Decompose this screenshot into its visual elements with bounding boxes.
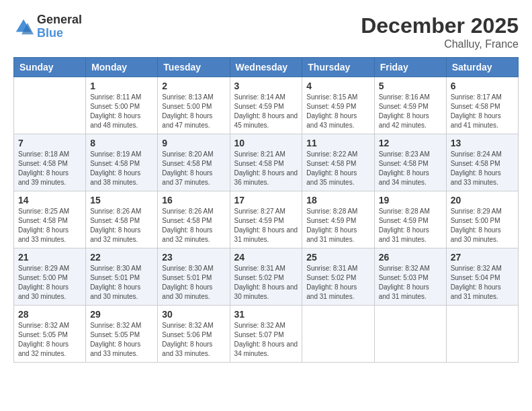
day-number: 24 — [234, 252, 298, 263]
logo: General Blue — [13, 13, 82, 40]
calendar-cell: 22Sunrise: 8:30 AM Sunset: 5:01 PM Dayli… — [86, 248, 158, 306]
day-info: Sunrise: 8:24 AM Sunset: 4:58 PM Dayligh… — [451, 150, 514, 187]
day-number: 18 — [306, 195, 369, 205]
day-info: Sunrise: 8:20 AM Sunset: 4:58 PM Dayligh… — [162, 150, 225, 187]
calendar-week-row: 28Sunrise: 8:32 AM Sunset: 5:05 PM Dayli… — [14, 306, 519, 363]
page-header: General Blue December 2025 Challuy, Fran… — [13, 13, 519, 50]
day-number: 10 — [234, 138, 298, 148]
calendar: SundayMondayTuesdayWednesdayThursdayFrid… — [13, 57, 519, 363]
day-info: Sunrise: 8:31 AM Sunset: 5:02 PM Dayligh… — [306, 264, 369, 302]
day-number: 8 — [90, 138, 153, 148]
calendar-cell — [302, 306, 374, 363]
day-number: 12 — [379, 138, 442, 148]
day-info: Sunrise: 8:30 AM Sunset: 5:01 PM Dayligh… — [162, 264, 225, 302]
calendar-cell: 24Sunrise: 8:31 AM Sunset: 5:02 PM Dayli… — [230, 248, 302, 306]
calendar-cell: 15Sunrise: 8:26 AM Sunset: 4:58 PM Dayli… — [86, 191, 158, 248]
calendar-week-row: 1Sunrise: 8:11 AM Sunset: 5:00 PM Daylig… — [14, 77, 519, 134]
day-number: 20 — [451, 195, 514, 205]
month-title: December 2025 — [361, 13, 519, 38]
day-number: 27 — [451, 252, 514, 263]
day-number: 2 — [162, 81, 225, 91]
calendar-cell: 29Sunrise: 8:32 AM Sunset: 5:05 PM Dayli… — [86, 306, 158, 363]
calendar-cell: 8Sunrise: 8:19 AM Sunset: 4:58 PM Daylig… — [86, 134, 158, 191]
day-of-week-header: Tuesday — [158, 58, 230, 77]
day-number: 23 — [162, 252, 225, 263]
day-info: Sunrise: 8:27 AM Sunset: 4:59 PM Dayligh… — [234, 207, 298, 244]
calendar-cell: 31Sunrise: 8:32 AM Sunset: 5:07 PM Dayli… — [230, 306, 302, 363]
day-number: 28 — [18, 309, 81, 320]
calendar-cell: 27Sunrise: 8:32 AM Sunset: 5:04 PM Dayli… — [446, 248, 518, 306]
calendar-week-row: 21Sunrise: 8:29 AM Sunset: 5:00 PM Dayli… — [14, 248, 519, 306]
day-number: 29 — [90, 309, 153, 320]
day-number: 17 — [234, 195, 298, 205]
day-info: Sunrise: 8:14 AM Sunset: 4:59 PM Dayligh… — [234, 93, 298, 130]
day-of-week-header: Monday — [86, 58, 158, 77]
calendar-cell: 21Sunrise: 8:29 AM Sunset: 5:00 PM Dayli… — [14, 248, 86, 306]
calendar-cell: 17Sunrise: 8:27 AM Sunset: 4:59 PM Dayli… — [230, 191, 302, 248]
day-info: Sunrise: 8:13 AM Sunset: 5:00 PM Dayligh… — [162, 93, 225, 130]
day-info: Sunrise: 8:21 AM Sunset: 4:58 PM Dayligh… — [234, 150, 298, 187]
calendar-cell: 7Sunrise: 8:18 AM Sunset: 4:58 PM Daylig… — [14, 134, 86, 191]
day-info: Sunrise: 8:22 AM Sunset: 4:58 PM Dayligh… — [306, 150, 369, 187]
day-number: 6 — [451, 81, 514, 91]
day-number: 9 — [162, 138, 225, 148]
day-of-week-header: Saturday — [446, 58, 518, 77]
day-info: Sunrise: 8:32 AM Sunset: 5:04 PM Dayligh… — [451, 264, 514, 302]
day-number: 7 — [18, 138, 81, 148]
day-number: 14 — [18, 195, 81, 205]
day-number: 25 — [306, 252, 369, 263]
calendar-cell: 25Sunrise: 8:31 AM Sunset: 5:02 PM Dayli… — [302, 248, 374, 306]
day-info: Sunrise: 8:32 AM Sunset: 5:03 PM Dayligh… — [379, 264, 442, 302]
day-info: Sunrise: 8:29 AM Sunset: 5:00 PM Dayligh… — [18, 264, 81, 302]
calendar-header-row: SundayMondayTuesdayWednesdayThursdayFrid… — [14, 58, 519, 77]
calendar-cell: 30Sunrise: 8:32 AM Sunset: 5:06 PM Dayli… — [158, 306, 230, 363]
logo-icon — [13, 17, 34, 37]
day-info: Sunrise: 8:15 AM Sunset: 4:59 PM Dayligh… — [306, 93, 369, 130]
day-info: Sunrise: 8:32 AM Sunset: 5:05 PM Dayligh… — [90, 321, 153, 359]
calendar-cell: 1Sunrise: 8:11 AM Sunset: 5:00 PM Daylig… — [86, 77, 158, 134]
calendar-week-row: 14Sunrise: 8:25 AM Sunset: 4:58 PM Dayli… — [14, 191, 519, 248]
calendar-cell: 12Sunrise: 8:23 AM Sunset: 4:58 PM Dayli… — [374, 134, 446, 191]
day-number: 22 — [90, 252, 153, 263]
calendar-cell: 13Sunrise: 8:24 AM Sunset: 4:58 PM Dayli… — [446, 134, 518, 191]
day-info: Sunrise: 8:32 AM Sunset: 5:05 PM Dayligh… — [18, 321, 81, 359]
day-info: Sunrise: 8:25 AM Sunset: 4:58 PM Dayligh… — [18, 207, 81, 244]
calendar-cell: 3Sunrise: 8:14 AM Sunset: 4:59 PM Daylig… — [230, 77, 302, 134]
day-number: 31 — [234, 309, 298, 320]
calendar-cell: 16Sunrise: 8:26 AM Sunset: 4:58 PM Dayli… — [158, 191, 230, 248]
day-info: Sunrise: 8:28 AM Sunset: 4:59 PM Dayligh… — [306, 207, 369, 244]
day-number: 1 — [90, 81, 153, 91]
day-of-week-header: Wednesday — [230, 58, 302, 77]
location: Challuy, France — [361, 38, 519, 50]
logo-general: General — [37, 13, 82, 27]
day-info: Sunrise: 8:23 AM Sunset: 4:58 PM Dayligh… — [379, 150, 442, 187]
calendar-cell — [14, 77, 86, 134]
calendar-cell — [374, 306, 446, 363]
day-info: Sunrise: 8:32 AM Sunset: 5:06 PM Dayligh… — [162, 321, 225, 359]
day-of-week-header: Friday — [374, 58, 446, 77]
day-info: Sunrise: 8:16 AM Sunset: 4:59 PM Dayligh… — [379, 93, 442, 130]
calendar-cell: 5Sunrise: 8:16 AM Sunset: 4:59 PM Daylig… — [374, 77, 446, 134]
calendar-cell: 9Sunrise: 8:20 AM Sunset: 4:58 PM Daylig… — [158, 134, 230, 191]
day-number: 19 — [379, 195, 442, 205]
day-number: 3 — [234, 81, 298, 91]
day-number: 26 — [379, 252, 442, 263]
day-info: Sunrise: 8:26 AM Sunset: 4:58 PM Dayligh… — [162, 207, 225, 244]
calendar-cell: 10Sunrise: 8:21 AM Sunset: 4:58 PM Dayli… — [230, 134, 302, 191]
day-info: Sunrise: 8:17 AM Sunset: 4:58 PM Dayligh… — [451, 93, 514, 130]
day-info: Sunrise: 8:19 AM Sunset: 4:58 PM Dayligh… — [90, 150, 153, 187]
day-info: Sunrise: 8:32 AM Sunset: 5:07 PM Dayligh… — [234, 321, 298, 359]
day-info: Sunrise: 8:11 AM Sunset: 5:00 PM Dayligh… — [90, 93, 153, 130]
day-info: Sunrise: 8:29 AM Sunset: 5:00 PM Dayligh… — [451, 207, 514, 244]
day-number: 4 — [306, 81, 369, 91]
day-of-week-header: Thursday — [302, 58, 374, 77]
day-number: 13 — [451, 138, 514, 148]
day-number: 16 — [162, 195, 225, 205]
calendar-cell: 6Sunrise: 8:17 AM Sunset: 4:58 PM Daylig… — [446, 77, 518, 134]
calendar-cell — [446, 306, 518, 363]
calendar-cell: 2Sunrise: 8:13 AM Sunset: 5:00 PM Daylig… — [158, 77, 230, 134]
calendar-cell: 11Sunrise: 8:22 AM Sunset: 4:58 PM Dayli… — [302, 134, 374, 191]
day-number: 11 — [306, 138, 369, 148]
calendar-cell: 19Sunrise: 8:28 AM Sunset: 4:59 PM Dayli… — [374, 191, 446, 248]
calendar-cell: 28Sunrise: 8:32 AM Sunset: 5:05 PM Dayli… — [14, 306, 86, 363]
